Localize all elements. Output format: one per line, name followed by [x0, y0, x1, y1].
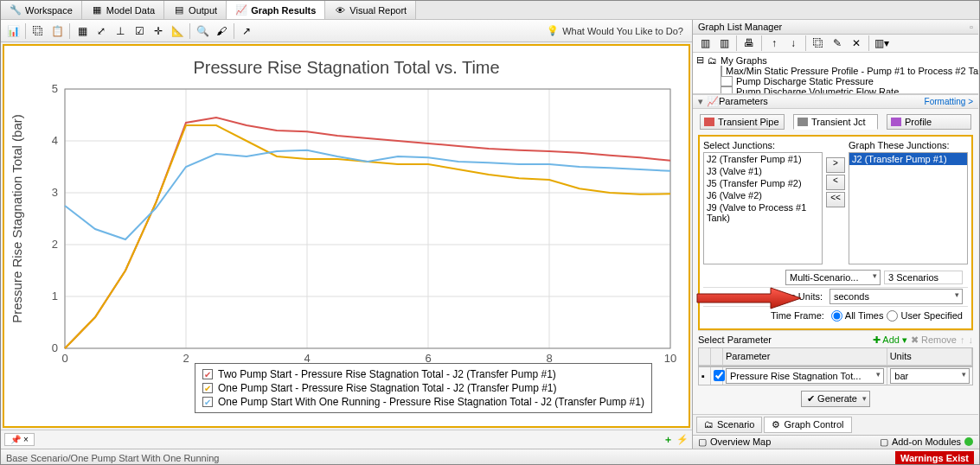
glm-more-icon[interactable]: ▥▾ — [873, 35, 890, 52]
select-parameter-panel: Select Parameter ✚ Add ▾ ✖ Remove ↑ ↓ Pa… — [698, 330, 973, 414]
tab-workspace[interactable]: 🔧Workspace — [1, 1, 82, 19]
chart-legend: ✔Two Pump Start - Pressure Rise Stagnati… — [195, 363, 652, 413]
param-up-icon[interactable]: ↑ — [960, 334, 965, 345]
time-frame-all-radio[interactable]: All Times — [831, 310, 884, 322]
minus-icon[interactable]: ⊟ — [696, 54, 704, 66]
check-icon[interactable]: ☑ — [131, 22, 148, 40]
move-left-btn[interactable]: < — [826, 175, 845, 190]
legend-item: ✔One Pump Start With One Running - Press… — [202, 395, 644, 409]
tab-transient-jct[interactable]: Transient Jct — [793, 114, 878, 130]
tab-transient-pipe[interactable]: Transient Pipe — [700, 114, 785, 130]
glm-delete-icon[interactable]: ✕ — [848, 35, 865, 52]
brush-icon[interactable]: 🖌 — [213, 22, 230, 40]
time-frame-user-radio[interactable]: User Specified — [887, 310, 963, 322]
tab-profile[interactable]: Profile — [887, 114, 971, 130]
plus-icon[interactable]: ＋ — [663, 433, 673, 446]
glm-btn2-icon[interactable]: ▥ — [715, 35, 733, 52]
select-junctions-list[interactable]: J2 (Transfer Pump #1)J3 (Valve #1)J5 (Tr… — [703, 152, 823, 264]
params-icon: 📈 — [707, 96, 719, 107]
tab-visual-report[interactable]: 👁Visual Report — [325, 1, 416, 19]
glm-up-icon[interactable]: ↑ — [765, 35, 783, 52]
modules-icon: ▢ — [880, 436, 888, 448]
add-param-btn[interactable]: ✚ Add ▾ — [873, 334, 907, 346]
tree-item[interactable]: Pump Discharge Static Pressure — [696, 76, 975, 86]
time-units-combo[interactable]: seconds — [829, 289, 963, 304]
list-item[interactable]: J9 (Valve to Process #1 Tank) — [704, 201, 822, 224]
params-header[interactable]: ▾ 📈 Parameters Formatting > — [693, 94, 978, 109]
param-grid: Parameter Units — [698, 347, 973, 366]
grid-toggle-icon[interactable]: ▦ — [74, 22, 91, 40]
what-would-you-like-link[interactable]: 💡What Would You Like to Do? — [541, 23, 689, 38]
time-units-label: Time Units: — [708, 291, 826, 302]
formatting-link[interactable]: Formatting > — [925, 97, 973, 106]
move-right-btn[interactable]: > — [826, 157, 845, 173]
param-name-combo[interactable]: Pressure Rise Stagnation Tot... — [726, 368, 884, 384]
multi-scenario-button[interactable]: Multi-Scenario... — [785, 270, 881, 285]
glm-pin-icon[interactable]: ▫ — [970, 22, 973, 32]
tab-scenario[interactable]: 🗂Scenario — [696, 417, 762, 433]
multi-scenario-value: 3 Scenarios — [884, 271, 963, 284]
glm-copy-icon[interactable]: ⿻ — [810, 35, 827, 52]
remove-param-btn[interactable]: ✖ Remove — [911, 334, 957, 346]
overview-map-label[interactable]: Overview Map — [710, 436, 771, 447]
tree-root[interactable]: My Graphs — [721, 55, 767, 66]
paste-icon[interactable]: 📋 — [48, 22, 66, 40]
svg-text:10: 10 — [664, 352, 676, 365]
graph-item-icon — [721, 76, 733, 86]
map-icon: ▢ — [698, 436, 707, 448]
crosshair-icon[interactable]: ✛ — [150, 22, 167, 40]
chart-instance-tab[interactable]: 📌× — [4, 433, 35, 446]
axes-icon[interactable]: ⊥ — [112, 22, 129, 40]
bolt-icon[interactable]: ⚡ — [676, 434, 689, 445]
list-item[interactable]: J3 (Valve #1) — [704, 165, 822, 177]
tab-graph-results[interactable]: 📈Graph Results — [227, 1, 325, 19]
svg-rect-24 — [65, 89, 670, 348]
addon-modules-label[interactable]: Add-on Modules — [892, 436, 961, 447]
chart-type-icon[interactable]: 📊 — [4, 22, 22, 40]
param-row[interactable]: ▪ Pressure Rise Stagnation Tot... bar — [698, 366, 973, 385]
tree-item[interactable]: Max/Min Static Pressure Profile - Pump #… — [696, 66, 975, 76]
line-grey-icon — [797, 118, 808, 126]
param-down-icon[interactable]: ↓ — [969, 334, 974, 345]
glm-tree[interactable]: ⊟ 🗂 My Graphs Max/Min Static Pressure Pr… — [693, 53, 978, 94]
chart-area: Pressure Rise Stagnation Total vs. Time … — [3, 44, 690, 428]
list-item[interactable]: J2 (Transfer Pump #1) — [704, 153, 822, 165]
list-item[interactable]: J5 (Transfer Pump #2) — [704, 177, 822, 189]
wrench-icon: 🔧 — [10, 4, 22, 16]
list-item[interactable]: J6 (Valve #2) — [704, 189, 822, 201]
graph-item-icon — [721, 66, 722, 76]
svg-text:5: 5 — [52, 82, 58, 95]
graph-junctions-list[interactable]: J2 (Transfer Pump #1) — [849, 152, 968, 264]
pin-icon: 📌 — [10, 435, 21, 444]
glm-down-icon[interactable]: ↓ — [785, 35, 802, 52]
glm-btn1-icon[interactable]: ▥ — [696, 35, 714, 52]
list-item[interactable]: J2 (Transfer Pump #1) — [849, 153, 967, 165]
param-units-combo[interactable]: bar — [890, 368, 970, 384]
status-dot-icon — [964, 437, 973, 446]
select-junctions-label: Select Junctions: — [703, 140, 823, 150]
tab-model-data[interactable]: ▦Model Data — [82, 1, 164, 19]
tab-output[interactable]: ▤Output — [164, 1, 227, 19]
right-status-bar: ▢ Overview Map ▢ Add-on Modules — [693, 435, 978, 449]
status-path: Base Scenario/One Pump Start With One Ru… — [6, 453, 219, 463]
right-bottom-tabs: 🗂Scenario ⚙Graph Control — [693, 414, 978, 435]
move-all-left-btn[interactable]: << — [826, 192, 845, 207]
measure-icon[interactable]: 📐 — [169, 22, 186, 40]
graph-junctions-label: Graph These Junctions: — [849, 140, 968, 150]
tab-graph-control[interactable]: ⚙Graph Control — [764, 417, 851, 433]
select-parameter-label: Select Parameter — [698, 334, 772, 345]
tree-item[interactable]: Pump Discharge Volumetric Flow Rate — [696, 86, 975, 94]
expand-icon[interactable]: ⤢ — [93, 22, 110, 40]
glm-rename-icon[interactable]: ✎ — [829, 35, 846, 52]
copy-icon[interactable]: ⿻ — [29, 22, 47, 40]
zoom-icon[interactable]: 🔍 — [194, 22, 211, 40]
generate-button[interactable]: ✔ Generate — [801, 391, 870, 407]
warnings-badge[interactable]: Warnings Exist — [895, 451, 974, 465]
svg-text:2: 2 — [183, 352, 189, 365]
chart-footer-tabs: 📌× ＋ ⚡ — [1, 430, 692, 449]
export-icon[interactable]: ↗ — [238, 22, 255, 40]
svg-text:1: 1 — [52, 290, 58, 303]
legend-item: ✔One Pump Start - Pressure Rise Stagnati… — [202, 381, 644, 395]
col-parameter: Parameter — [723, 348, 887, 366]
glm-print-icon[interactable]: 🖶 — [740, 35, 758, 52]
